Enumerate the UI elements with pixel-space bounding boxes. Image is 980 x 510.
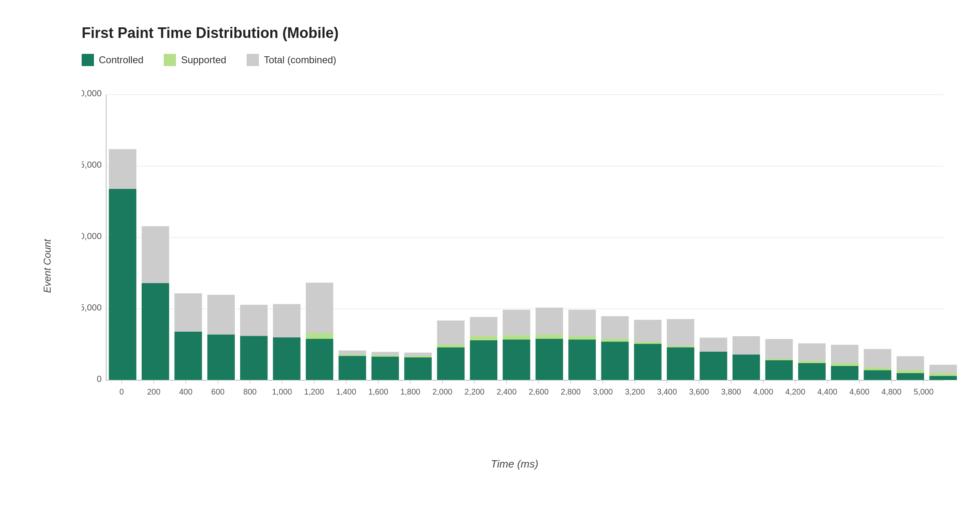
legend-label-controlled: Controlled	[99, 54, 143, 66]
chart-plot-area: Event Count 20,000 15,000 10,000 5,000 0	[49, 82, 947, 450]
total-swatch	[247, 54, 259, 66]
svg-text:1,000: 1,000	[272, 387, 292, 396]
svg-text:2,400: 2,400	[497, 387, 517, 396]
svg-text:400: 400	[179, 387, 193, 396]
svg-text:3,200: 3,200	[625, 387, 645, 396]
svg-text:200: 200	[147, 387, 160, 396]
svg-text:800: 800	[243, 387, 257, 396]
svg-text:2,200: 2,200	[465, 387, 485, 396]
legend-item-total: Total (combined)	[247, 54, 336, 66]
legend-label-total: Total (combined)	[264, 54, 336, 66]
chart-title: First Paint Time Distribution (Mobile)	[82, 24, 947, 42]
y-axis-label: Event Count	[42, 239, 53, 293]
svg-text:3,400: 3,400	[657, 387, 677, 396]
svg-text:3,600: 3,600	[689, 387, 709, 396]
legend: Controlled Supported Total (combined)	[82, 54, 947, 66]
svg-text:1,800: 1,800	[400, 387, 420, 396]
svg-text:5,000: 5,000	[913, 387, 933, 396]
legend-item-supported: Supported	[164, 54, 226, 66]
svg-text:4,400: 4,400	[817, 387, 837, 396]
svg-text:4,200: 4,200	[785, 387, 805, 396]
svg-text:4,600: 4,600	[849, 387, 869, 396]
supported-swatch	[164, 54, 176, 66]
svg-text:1,200: 1,200	[304, 387, 324, 396]
svg-text:2,800: 2,800	[561, 387, 581, 396]
svg-text:4,800: 4,800	[882, 387, 902, 396]
bar-chart-canvas	[82, 82, 960, 417]
svg-text:2,600: 2,600	[529, 387, 549, 396]
svg-text:4,000: 4,000	[753, 387, 773, 396]
svg-text:3,000: 3,000	[593, 387, 613, 396]
x-axis-label: Time (ms)	[82, 458, 947, 470]
controlled-swatch	[82, 54, 94, 66]
svg-text:1,600: 1,600	[368, 387, 388, 396]
svg-text:0: 0	[119, 387, 124, 396]
legend-label-supported: Supported	[181, 54, 226, 66]
svg-text:1,400: 1,400	[336, 387, 356, 396]
legend-item-controlled: Controlled	[82, 54, 143, 66]
svg-text:2,000: 2,000	[432, 387, 452, 396]
svg-text:600: 600	[211, 387, 225, 396]
svg-text:3,800: 3,800	[721, 387, 741, 396]
chart-container: First Paint Time Distribution (Mobile) C…	[0, 0, 980, 510]
